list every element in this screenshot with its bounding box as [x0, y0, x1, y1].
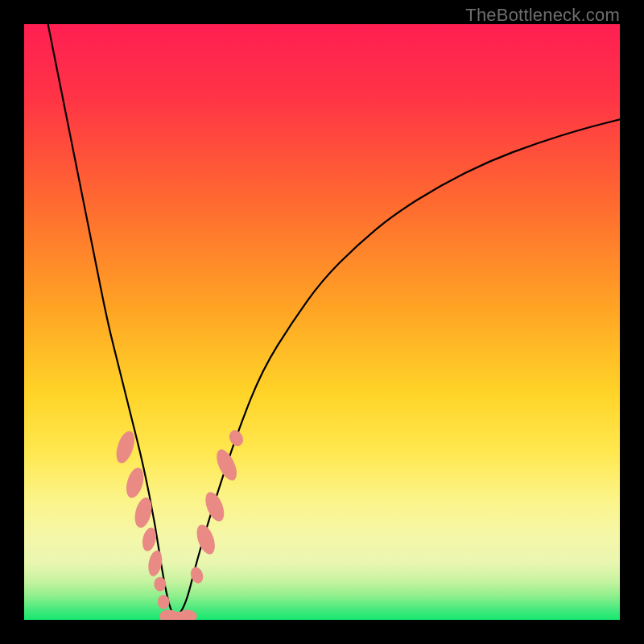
data-marker [154, 577, 166, 592]
plot-area [24, 24, 620, 620]
chart-frame: TheBottleneck.com [0, 0, 644, 644]
attribution-label: TheBottleneck.com [465, 5, 620, 26]
gradient-background [24, 24, 620, 620]
bottleneck-chart [24, 24, 620, 620]
data-marker [158, 595, 170, 609]
